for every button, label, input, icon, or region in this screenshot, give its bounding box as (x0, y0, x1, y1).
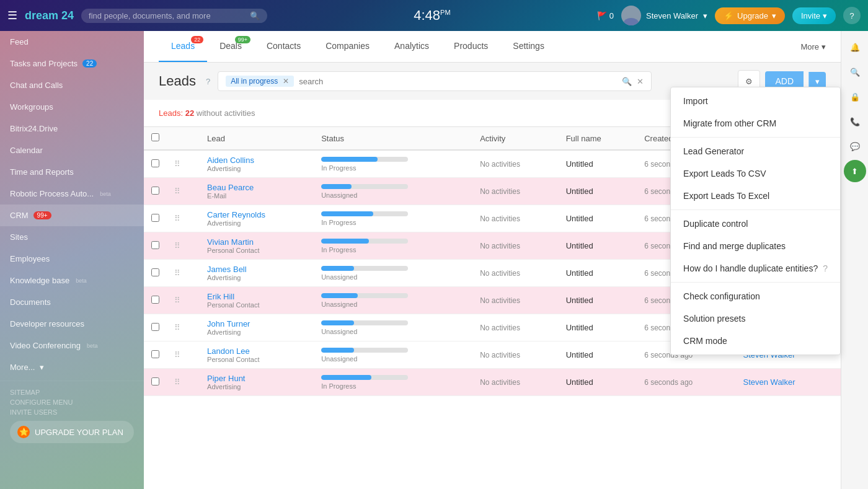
tab-companies[interactable]: Companies (313, 31, 382, 62)
right-bar-chat-icon[interactable]: 💬 (844, 135, 866, 157)
sidebar-item-knowledge[interactable]: Knowledge base beta (0, 270, 144, 291)
header-activity[interactable]: Activity (472, 127, 558, 150)
right-bar-up-icon[interactable]: ⬆ (844, 160, 866, 182)
drag-handle-icon[interactable]: ⠿ (174, 187, 180, 196)
tab-settings[interactable]: Settings (500, 31, 557, 62)
header-lead[interactable]: Lead (200, 127, 314, 150)
invite-button[interactable]: Invite ▾ (792, 7, 836, 24)
leads-count: Leads: 22 without activities (159, 108, 255, 118)
lead-name[interactable]: Beau Pearce (207, 183, 306, 192)
flag-button[interactable]: 🚩 0 (597, 11, 614, 20)
drag-handle-icon[interactable]: ⠿ (174, 350, 180, 359)
leads-help-icon[interactable]: ? (206, 77, 210, 86)
sidebar-item-employees[interactable]: Employees (0, 248, 144, 270)
dropdown-item[interactable]: How do I handle duplicate entities?? (671, 257, 840, 280)
search-input[interactable] (89, 11, 250, 20)
row-checkbox[interactable] (151, 296, 159, 304)
drag-handle-icon[interactable]: ⠿ (174, 268, 180, 278)
sidebar-item-documents[interactable]: Documents (0, 291, 144, 313)
lead-name[interactable]: Carter Reynolds (207, 210, 306, 219)
sidebar-bottom: SITEMAP CONFIGURE MENU INVITE USERS ⭐ UP… (0, 384, 144, 448)
filter-chip-all-in-progress[interactable]: All in progress ✕ (226, 76, 294, 87)
dropdown-item[interactable]: Check configuration (671, 285, 840, 307)
invite-users-link[interactable]: INVITE USERS (10, 408, 134, 416)
dropdown-item[interactable]: Import (671, 90, 840, 112)
sidebar-item-sites[interactable]: Sites (0, 226, 144, 248)
sidebar-item-devres[interactable]: Developer resources (0, 313, 144, 335)
right-bar-bell-icon[interactable]: 🔔 (844, 36, 866, 58)
filter-chip-close-icon[interactable]: ✕ (283, 77, 289, 86)
dropdown-item[interactable]: Export Leads To CSV (671, 162, 840, 185)
dropdown-item[interactable]: Solution presets (671, 307, 840, 330)
sidebar-item-more[interactable]: More... ▾ (0, 356, 144, 378)
row-checkbox[interactable] (151, 350, 159, 358)
lead-name[interactable]: Landon Lee (207, 346, 306, 356)
drag-handle-icon[interactable]: ⠿ (174, 296, 180, 305)
row-checkbox[interactable] (151, 268, 159, 276)
help-button[interactable]: ? (843, 7, 861, 24)
upgrade-plan-button[interactable]: ⭐ UPGRADE YOUR PLAN (10, 421, 134, 443)
progress-label: In Progress (321, 219, 465, 226)
tab-contacts[interactable]: Contacts (254, 31, 313, 62)
lead-name[interactable]: Aiden Collins (207, 156, 306, 165)
header-fullname[interactable]: Full name (559, 127, 637, 150)
resp-name[interactable]: Steven Walker (743, 377, 795, 387)
user-profile[interactable]: Steven Walker ▾ (621, 6, 707, 25)
header-status[interactable]: Status (314, 127, 472, 150)
lead-name[interactable]: John Turner (207, 319, 306, 328)
row-checkbox[interactable] (151, 377, 159, 385)
lead-name[interactable]: Erik Hill (207, 292, 306, 301)
drag-handle-icon[interactable]: ⠿ (174, 214, 180, 223)
tab-analytics[interactable]: Analytics (382, 31, 441, 62)
avatar (621, 6, 641, 25)
lead-name[interactable]: Vivian Martin (207, 237, 306, 247)
sidebar-item-tasks[interactable]: Tasks and Projects 22 (0, 53, 144, 74)
row-checkbox[interactable] (151, 159, 159, 167)
activity-status: No activities (480, 214, 520, 223)
lead-name[interactable]: James Bell (207, 265, 306, 274)
dropdown-item[interactable]: Find and merge duplicates (671, 235, 840, 257)
more-chevron-icon: ▾ (40, 363, 44, 372)
tab-products[interactable]: Products (441, 31, 500, 62)
sidebar-item-feed[interactable]: Feed (0, 31, 144, 53)
row-checkbox[interactable] (151, 323, 159, 331)
sidebar-item-workgroups[interactable]: Workgroups (0, 96, 144, 118)
drag-handle-icon[interactable]: ⠿ (174, 377, 180, 387)
filter-search-input[interactable] (299, 77, 617, 86)
tab-deals[interactable]: Deals 99+ (207, 31, 254, 62)
progress-bar (321, 211, 408, 216)
right-bar-phone-icon[interactable]: 📞 (844, 110, 866, 133)
dropdown-item[interactable]: Duplicate control (671, 213, 840, 235)
lead-name[interactable]: Piper Hunt (207, 374, 306, 383)
sidebar-item-calendar[interactable]: Calendar (0, 139, 144, 161)
sidebar-item-rpa[interactable]: Robotic Process Auto... beta (0, 183, 144, 205)
filter-search-icon[interactable]: 🔍 (622, 77, 632, 86)
dropdown-item[interactable]: Lead Generator (671, 140, 840, 162)
dropdown-item[interactable]: Export Leads To Excel (671, 185, 840, 207)
select-all-checkbox[interactable] (151, 133, 159, 141)
sidebar-item-crm[interactable]: CRM 99+ (0, 205, 144, 226)
row-checkbox[interactable] (151, 187, 159, 195)
sidebar-item-drive[interactable]: Bitrix24.Drive (0, 118, 144, 139)
lead-status: In Progress (321, 375, 465, 390)
configure-menu-link[interactable]: CONFIGURE MENU (10, 399, 134, 406)
dropdown-item[interactable]: CRM mode (671, 330, 840, 352)
drag-handle-icon[interactable]: ⠿ (174, 241, 180, 250)
sidebar-item-video[interactable]: Video Conferencing beta (0, 335, 144, 356)
tab-leads[interactable]: Leads 22 (159, 31, 207, 62)
drag-handle-icon[interactable]: ⠿ (174, 323, 180, 332)
global-search[interactable]: 🔍 (81, 9, 267, 23)
tab-more[interactable]: More ▾ (800, 32, 826, 61)
sitemap-link[interactable]: SITEMAP (10, 389, 134, 396)
sidebar-item-time[interactable]: Time and Reports (0, 161, 144, 183)
hamburger-menu[interactable]: ☰ (7, 9, 17, 22)
right-bar-lock-icon[interactable]: 🔒 (844, 86, 866, 108)
row-checkbox[interactable] (151, 241, 159, 249)
upgrade-button[interactable]: ⚡ Upgrade ▾ (715, 7, 785, 24)
filter-clear-icon[interactable]: ✕ (637, 77, 644, 86)
dropdown-item[interactable]: Migrate from other CRM (671, 112, 840, 134)
drag-handle-icon[interactable]: ⠿ (174, 159, 180, 169)
row-checkbox[interactable] (151, 214, 159, 222)
right-bar-search-icon[interactable]: 🔍 (844, 61, 866, 83)
sidebar-item-chat[interactable]: Chat and Calls (0, 74, 144, 96)
